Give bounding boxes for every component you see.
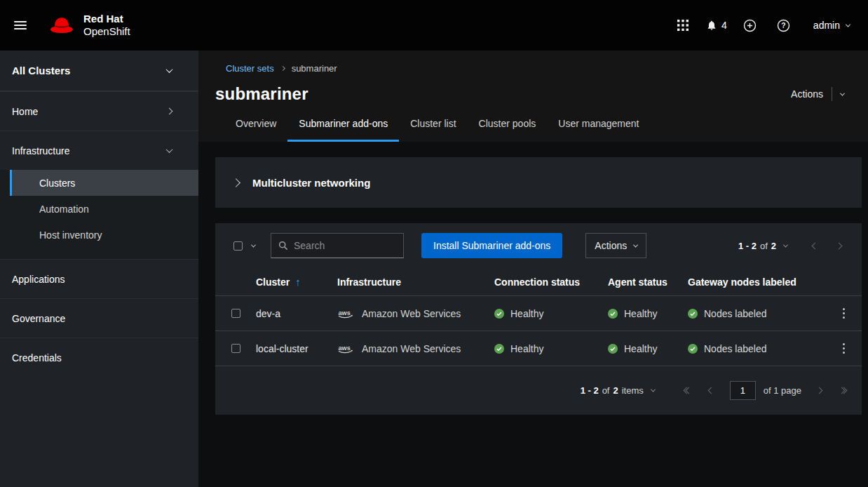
chevron-down-icon (783, 242, 788, 247)
tab-submariner-add-ons[interactable]: Submariner add-ons (287, 114, 399, 142)
search-box (271, 233, 404, 258)
current-page-input[interactable] (730, 381, 756, 400)
column-header-agent-status: Agent status (608, 276, 688, 288)
column-header-connection-status: Connection status (494, 276, 608, 288)
connection-status-link[interactable]: Healthy (510, 343, 543, 354)
column-header-cluster[interactable]: Cluster ↑ (256, 276, 337, 288)
sidebar-item-host-inventory[interactable]: Host inventory (10, 222, 198, 248)
pagination-of-label: of (602, 385, 610, 396)
notification-count-badge: 4 (721, 20, 727, 31)
masthead-toolbar: 4 ? admin (663, 11, 868, 39)
page-header: Cluster sets submariner submariner Actio… (198, 51, 868, 142)
breadcrumb: Cluster sets submariner (215, 63, 844, 74)
next-page-button[interactable] (827, 234, 850, 258)
brand-logo: Red Hat OpenShift (48, 13, 130, 38)
user-menu[interactable]: admin (813, 20, 850, 31)
install-submariner-addons-button[interactable]: Install Submariner add-ons (421, 233, 562, 258)
row-checkbox[interactable] (231, 344, 240, 353)
row-kebab-menu-button[interactable] (831, 301, 856, 326)
toolbar-actions-label: Actions (595, 240, 627, 251)
gateway-nodes-cell: Nodes labeled (688, 343, 825, 354)
column-header-gateway-nodes-labeled: Gateway nodes labeled (688, 276, 825, 288)
chevron-down-icon (651, 387, 656, 392)
select-all-checkbox[interactable] (233, 241, 243, 251)
check-circle-icon (688, 344, 698, 354)
pagination-total: 2 (771, 241, 776, 251)
sidebar-item-label: Governance (12, 313, 65, 324)
username-label: admin (813, 20, 840, 31)
expandable-section-title: Multicluster networking (252, 177, 370, 189)
notifications-button[interactable]: 4 (703, 11, 731, 39)
connection-status-cell: Healthy (494, 308, 608, 319)
double-chevron-left-icon (684, 388, 691, 393)
brand-name: Red Hat (83, 13, 130, 25)
pagination-items-label: items (622, 385, 644, 396)
bulk-select-dropdown[interactable] (226, 233, 262, 258)
aws-icon: aws (337, 343, 355, 354)
column-label: Cluster (256, 276, 290, 288)
sidebar-item-automation[interactable]: Automation (10, 196, 198, 222)
sidebar-item-applications[interactable]: Applications (0, 259, 198, 298)
perspective-switcher[interactable]: All Clusters (0, 51, 198, 91)
first-page-button[interactable] (676, 378, 700, 402)
row-kebab-menu-button[interactable] (831, 336, 856, 361)
table-header-row: Cluster ↑ Infrastructure Connection stat… (215, 268, 862, 296)
breadcrumb-current: submariner (292, 63, 337, 74)
sidebar-item-label: Clusters (39, 178, 75, 189)
pagination-range: 1 - 2 (581, 385, 599, 396)
connection-status-cell: Healthy (494, 343, 608, 354)
chevron-down-icon (166, 66, 173, 73)
svg-text:?: ? (782, 22, 786, 29)
sidebar-item-credentials[interactable]: Credentials (0, 338, 198, 377)
help-button[interactable]: ? (770, 11, 798, 39)
chevron-down-icon (251, 242, 256, 247)
cluster-name: dev-a (256, 308, 337, 319)
agent-status-link[interactable]: Healthy (624, 308, 657, 319)
tab-cluster-list[interactable]: Cluster list (399, 114, 467, 142)
sidebar-item-home[interactable]: Home (0, 91, 198, 131)
tab-cluster-pools[interactable]: Cluster pools (468, 114, 548, 142)
connection-status-link[interactable]: Healthy (510, 308, 543, 319)
pagination-menu-toggle[interactable]: 1 - 2 of 2 (738, 241, 787, 251)
agent-status-link[interactable]: Healthy (624, 343, 657, 354)
infrastructure-label: Amazon Web Services (362, 343, 461, 354)
page-title: submariner (215, 84, 308, 104)
double-chevron-right-icon (839, 388, 846, 393)
sidebar-item-clusters[interactable]: Clusters (10, 170, 198, 196)
sidebar-item-governance[interactable]: Governance (0, 298, 198, 338)
toolbar-actions-dropdown[interactable]: Actions (585, 233, 646, 258)
search-input[interactable] (294, 240, 396, 251)
previous-page-button[interactable] (803, 234, 827, 258)
previous-page-button[interactable] (700, 378, 724, 402)
page-content: Multicluster networking (198, 142, 868, 487)
check-circle-icon (494, 344, 504, 354)
tab-bar: Overview Submariner add-ons Cluster list… (215, 114, 844, 142)
pagination-menu-toggle[interactable]: 1 - 2 of 2 items (581, 385, 655, 396)
bell-icon (706, 19, 717, 32)
create-button[interactable] (736, 11, 764, 39)
tab-overview[interactable]: Overview (224, 114, 287, 142)
check-circle-icon (494, 309, 504, 319)
brand-product: OpenShift (83, 25, 130, 38)
breadcrumb-link-cluster-sets[interactable]: Cluster sets (226, 63, 274, 74)
multicluster-networking-expandable[interactable]: Multicluster networking (215, 157, 862, 208)
sidebar-toggle-button[interactable] (0, 0, 41, 51)
gateway-nodes-link[interactable]: Nodes labeled (704, 343, 767, 354)
infrastructure-label: Amazon Web Services (362, 308, 461, 319)
page-actions-dropdown[interactable]: Actions (791, 87, 844, 101)
column-header-infrastructure: Infrastructure (337, 276, 494, 288)
search-icon (278, 241, 288, 251)
sidebar-item-infrastructure[interactable]: Infrastructure (0, 131, 198, 170)
app-launcher-button[interactable] (669, 11, 697, 39)
sidebar-item-label: Home (12, 106, 38, 117)
chevron-down-icon (840, 91, 845, 95)
next-page-button[interactable] (807, 378, 831, 402)
row-checkbox[interactable] (231, 309, 240, 318)
last-page-button[interactable] (831, 378, 855, 402)
svg-text:aws: aws (339, 309, 351, 316)
tab-user-management[interactable]: User management (547, 114, 650, 142)
check-circle-icon (608, 309, 618, 319)
pagination-range: 1 - 2 (738, 241, 757, 251)
gateway-nodes-link[interactable]: Nodes labeled (704, 308, 767, 319)
aws-icon: aws (337, 308, 355, 319)
